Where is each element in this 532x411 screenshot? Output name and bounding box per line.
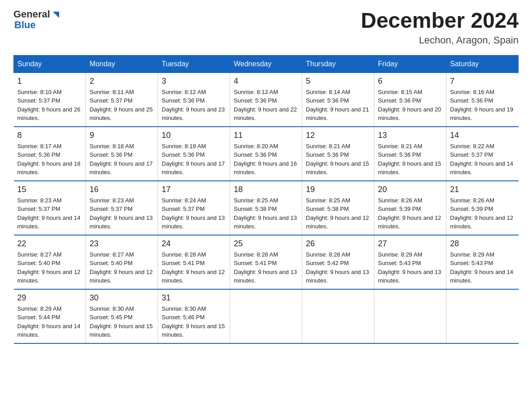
- day-info: Sunrise: 8:20 AM Sunset: 5:36 PM Dayligh…: [234, 142, 298, 177]
- day-number: 27: [378, 239, 442, 248]
- day-info: Sunrise: 8:21 AM Sunset: 5:36 PM Dayligh…: [306, 142, 370, 177]
- title-section: December 2024 Lechon, Aragon, Spain: [361, 9, 519, 46]
- day-info: Sunrise: 8:21 AM Sunset: 5:36 PM Dayligh…: [378, 142, 442, 177]
- day-info: Sunrise: 8:24 AM Sunset: 5:37 PM Dayligh…: [162, 196, 226, 231]
- day-number: 7: [450, 77, 515, 86]
- calendar-cell: [374, 289, 446, 343]
- week-row: 29 Sunrise: 8:29 AM Sunset: 5:44 PM Dayl…: [14, 289, 519, 343]
- week-row: 1 Sunrise: 8:10 AM Sunset: 5:37 PM Dayli…: [14, 73, 519, 127]
- calendar-cell: 11 Sunrise: 8:20 AM Sunset: 5:36 PM Dayl…: [230, 127, 302, 181]
- day-number: 22: [17, 239, 82, 248]
- calendar-body: 1 Sunrise: 8:10 AM Sunset: 5:37 PM Dayli…: [14, 73, 519, 343]
- day-number: 25: [234, 239, 298, 248]
- calendar-cell: 10 Sunrise: 8:19 AM Sunset: 5:36 PM Dayl…: [158, 127, 230, 181]
- day-info: Sunrise: 8:15 AM Sunset: 5:36 PM Dayligh…: [378, 88, 442, 123]
- header-day-friday: Friday: [374, 55, 446, 73]
- calendar-cell: 27 Sunrise: 8:29 AM Sunset: 5:43 PM Dayl…: [374, 235, 446, 289]
- calendar-cell: 21 Sunrise: 8:26 AM Sunset: 5:39 PM Dayl…: [446, 181, 519, 235]
- day-info: Sunrise: 8:27 AM Sunset: 5:40 PM Dayligh…: [17, 250, 82, 285]
- day-info: Sunrise: 8:11 AM Sunset: 5:37 PM Dayligh…: [90, 88, 154, 123]
- header-day-tuesday: Tuesday: [158, 55, 230, 73]
- day-info: Sunrise: 8:28 AM Sunset: 5:41 PM Dayligh…: [234, 250, 298, 285]
- calendar-cell: 23 Sunrise: 8:27 AM Sunset: 5:40 PM Dayl…: [86, 235, 158, 289]
- day-info: Sunrise: 8:23 AM Sunset: 5:37 PM Dayligh…: [90, 196, 154, 231]
- logo-general: General: [13, 9, 50, 20]
- month-title: December 2024: [361, 9, 519, 33]
- day-number: 21: [450, 185, 515, 194]
- day-number: 11: [234, 131, 298, 140]
- day-info: Sunrise: 8:23 AM Sunset: 5:37 PM Dayligh…: [17, 196, 82, 231]
- calendar-cell: 18 Sunrise: 8:25 AM Sunset: 5:38 PM Dayl…: [230, 181, 302, 235]
- day-number: 1: [17, 77, 82, 86]
- day-number: 16: [90, 185, 154, 194]
- day-number: 26: [306, 239, 370, 248]
- calendar-cell: 30 Sunrise: 8:30 AM Sunset: 5:45 PM Dayl…: [86, 289, 158, 343]
- calendar-cell: 1 Sunrise: 8:10 AM Sunset: 5:37 PM Dayli…: [14, 73, 86, 127]
- logo-blue: Blue: [14, 20, 61, 30]
- day-number: 2: [90, 77, 154, 86]
- calendar-cell: 4 Sunrise: 8:13 AM Sunset: 5:36 PM Dayli…: [230, 73, 302, 127]
- header-day-wednesday: Wednesday: [230, 55, 302, 73]
- day-info: Sunrise: 8:29 AM Sunset: 5:43 PM Dayligh…: [378, 250, 442, 285]
- calendar-cell: 5 Sunrise: 8:14 AM Sunset: 5:36 PM Dayli…: [302, 73, 374, 127]
- calendar-cell: 29 Sunrise: 8:29 AM Sunset: 5:44 PM Dayl…: [14, 289, 86, 343]
- header-day-thursday: Thursday: [302, 55, 374, 73]
- day-info: Sunrise: 8:13 AM Sunset: 5:36 PM Dayligh…: [234, 88, 298, 123]
- day-number: 18: [234, 185, 298, 194]
- day-info: Sunrise: 8:26 AM Sunset: 5:39 PM Dayligh…: [378, 196, 442, 231]
- calendar-cell: 17 Sunrise: 8:24 AM Sunset: 5:37 PM Dayl…: [158, 181, 230, 235]
- calendar-cell: 12 Sunrise: 8:21 AM Sunset: 5:36 PM Dayl…: [302, 127, 374, 181]
- day-info: Sunrise: 8:14 AM Sunset: 5:36 PM Dayligh…: [306, 88, 370, 123]
- calendar-cell: 26 Sunrise: 8:28 AM Sunset: 5:42 PM Dayl…: [302, 235, 374, 289]
- calendar-cell: 24 Sunrise: 8:28 AM Sunset: 5:41 PM Dayl…: [158, 235, 230, 289]
- page-header: General Blue December 2024 Lechon, Arago…: [13, 9, 519, 46]
- logo-triangle-icon: [51, 10, 61, 20]
- day-number: 31: [162, 293, 226, 303]
- day-info: Sunrise: 8:25 AM Sunset: 5:38 PM Dayligh…: [306, 196, 370, 231]
- day-info: Sunrise: 8:22 AM Sunset: 5:37 PM Dayligh…: [450, 142, 515, 177]
- calendar-cell: 13 Sunrise: 8:21 AM Sunset: 5:36 PM Dayl…: [374, 127, 446, 181]
- calendar-header: SundayMondayTuesdayWednesdayThursdayFrid…: [14, 55, 519, 73]
- day-number: 28: [450, 239, 515, 248]
- calendar-cell: 19 Sunrise: 8:25 AM Sunset: 5:38 PM Dayl…: [302, 181, 374, 235]
- week-row: 15 Sunrise: 8:23 AM Sunset: 5:37 PM Dayl…: [14, 181, 519, 235]
- calendar-cell: [302, 289, 374, 343]
- calendar-cell: 20 Sunrise: 8:26 AM Sunset: 5:39 PM Dayl…: [374, 181, 446, 235]
- calendar-cell: 22 Sunrise: 8:27 AM Sunset: 5:40 PM Dayl…: [14, 235, 86, 289]
- day-info: Sunrise: 8:19 AM Sunset: 5:36 PM Dayligh…: [162, 142, 226, 177]
- week-row: 22 Sunrise: 8:27 AM Sunset: 5:40 PM Dayl…: [14, 235, 519, 289]
- day-number: 24: [162, 239, 226, 248]
- calendar-cell: 16 Sunrise: 8:23 AM Sunset: 5:37 PM Dayl…: [86, 181, 158, 235]
- day-info: Sunrise: 8:30 AM Sunset: 5:45 PM Dayligh…: [90, 304, 154, 339]
- calendar-cell: [230, 289, 302, 343]
- day-info: Sunrise: 8:29 AM Sunset: 5:44 PM Dayligh…: [17, 304, 82, 339]
- header-day-monday: Monday: [86, 55, 158, 73]
- calendar-cell: 9 Sunrise: 8:18 AM Sunset: 5:36 PM Dayli…: [86, 127, 158, 181]
- day-info: Sunrise: 8:25 AM Sunset: 5:38 PM Dayligh…: [234, 196, 298, 231]
- day-number: 5: [306, 77, 370, 86]
- day-info: Sunrise: 8:27 AM Sunset: 5:40 PM Dayligh…: [90, 250, 154, 285]
- day-info: Sunrise: 8:10 AM Sunset: 5:37 PM Dayligh…: [17, 88, 82, 123]
- week-row: 8 Sunrise: 8:17 AM Sunset: 5:36 PM Dayli…: [14, 127, 519, 181]
- calendar-cell: 31 Sunrise: 8:30 AM Sunset: 5:46 PM Dayl…: [158, 289, 230, 343]
- day-number: 8: [17, 131, 82, 140]
- day-info: Sunrise: 8:26 AM Sunset: 5:39 PM Dayligh…: [450, 196, 515, 231]
- day-number: 30: [90, 293, 154, 303]
- calendar-cell: 2 Sunrise: 8:11 AM Sunset: 5:37 PM Dayli…: [86, 73, 158, 127]
- location: Lechon, Aragon, Spain: [361, 34, 519, 46]
- header-row: SundayMondayTuesdayWednesdayThursdayFrid…: [14, 55, 519, 73]
- calendar-cell: 7 Sunrise: 8:16 AM Sunset: 5:36 PM Dayli…: [446, 73, 519, 127]
- day-number: 13: [378, 131, 442, 140]
- day-info: Sunrise: 8:12 AM Sunset: 5:36 PM Dayligh…: [162, 88, 226, 123]
- calendar-cell: [446, 289, 519, 343]
- calendar-cell: 25 Sunrise: 8:28 AM Sunset: 5:41 PM Dayl…: [230, 235, 302, 289]
- day-number: 3: [162, 77, 226, 86]
- header-day-saturday: Saturday: [446, 55, 519, 73]
- calendar-cell: 6 Sunrise: 8:15 AM Sunset: 5:36 PM Dayli…: [374, 73, 446, 127]
- day-number: 17: [162, 185, 226, 194]
- day-number: 12: [306, 131, 370, 140]
- day-info: Sunrise: 8:28 AM Sunset: 5:41 PM Dayligh…: [162, 250, 226, 285]
- day-info: Sunrise: 8:30 AM Sunset: 5:46 PM Dayligh…: [162, 304, 226, 339]
- svg-marker-0: [53, 12, 59, 18]
- day-number: 15: [17, 185, 82, 194]
